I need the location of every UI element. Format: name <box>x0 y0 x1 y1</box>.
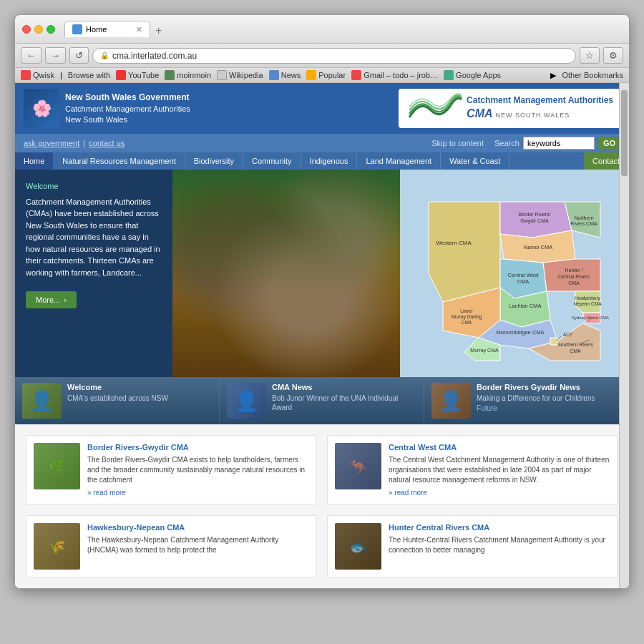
gov-separator: | <box>83 139 85 147</box>
southern-rivers-label: Southern Rivers <box>557 342 594 347</box>
wiki-icon <box>217 70 227 80</box>
gov-bar: ask government | contact us Skip to cont… <box>15 134 629 152</box>
bookmark-moin[interactable]: moinmoin <box>165 70 211 80</box>
bookmark-separator: | <box>60 71 62 79</box>
hunter-card-text: The Hunter-Central Rivers Catchment Mana… <box>389 535 610 555</box>
gmail-icon <box>351 70 361 80</box>
address-bar[interactable]: 🔒 cma.interlated.com.au <box>92 48 576 64</box>
murrumbidgee-label: Murrumbidgee CMA <box>496 329 544 336</box>
scrollbar[interactable] <box>619 83 629 588</box>
hawkesbury-label: Hawkesbury <box>575 296 601 301</box>
central-west-read-more[interactable]: » read more <box>389 489 610 497</box>
address-text: cma.interlated.com.au <box>112 51 197 61</box>
bookmark-youtube-label: YouTube <box>128 71 159 79</box>
border-rivers-read-more[interactable]: » read more <box>87 489 308 497</box>
act-label: ACT <box>563 332 572 337</box>
nav-land-management[interactable]: Land Management <box>357 152 441 170</box>
bookmark-arrow: ▶ <box>550 71 556 80</box>
refresh-button[interactable]: ↺ <box>69 47 89 64</box>
new-tab-button[interactable]: + <box>152 24 165 37</box>
news-welcome[interactable]: 👤 Welcome CMA's established across NSW <box>15 377 220 424</box>
more-btn-arrow-icon: › <box>64 296 67 304</box>
bookmark-other[interactable]: Other Bookmarks <box>562 71 623 79</box>
central-west-person-icon: 🦘 <box>335 443 381 489</box>
more-btn-label: More... <box>36 296 60 304</box>
more-button[interactable]: More... › <box>26 291 77 308</box>
central-west-card-title[interactable]: Central West CMA <box>389 443 610 452</box>
cma-news-desc: Bob Junor Winner of the UNA Individual A… <box>272 394 416 412</box>
ask-gov-link[interactable]: ask government <box>24 139 79 147</box>
border-rivers-card-text: The Border Rivers-Gwydir CMA exists to h… <box>87 455 308 485</box>
border-news-tag: Future <box>477 404 595 412</box>
lower-murray-label3: CMA <box>462 320 472 325</box>
cma-cards-area: 🌿 Border Rivers-Gwydir CMA The Border Ri… <box>15 424 629 588</box>
cma-news-content: CMA News Bob Junor Winner of the UNA Ind… <box>272 383 416 412</box>
bookmark-qwisk[interactable]: Qwisk <box>21 70 54 80</box>
search-label: Search <box>494 139 519 147</box>
northern-rivers-label2: Rivers CMA <box>570 221 597 226</box>
cma-brand: CMA <box>467 107 492 122</box>
region: New South Wales <box>65 114 190 125</box>
back-button[interactable]: ← <box>21 47 42 64</box>
nav-indigenous[interactable]: Indigenous <box>301 152 358 170</box>
border-rivers-label2: Gwydir CMA <box>520 218 549 224</box>
border-rivers-person-icon: 🌿 <box>34 443 80 489</box>
scroll-thumb[interactable] <box>621 90 628 176</box>
bookmark-google[interactable]: Google Apps <box>444 70 501 80</box>
bookmark-news[interactable]: News <box>269 70 301 80</box>
cma-wave-icon <box>406 92 463 125</box>
namoi-label: Namoi CMA <box>524 244 552 250</box>
minimize-button[interactable] <box>34 25 43 34</box>
settings-button[interactable]: ⚙ <box>603 47 623 64</box>
tab-close-button[interactable]: ✕ <box>136 25 142 34</box>
qwisk-icon <box>21 70 31 80</box>
cma-news-title: CMA News <box>272 383 416 391</box>
bookmark-youtube[interactable]: YouTube <box>116 70 159 80</box>
close-button[interactable] <box>22 25 31 34</box>
browser-tab-home[interactable]: Home ✕ <box>64 21 150 37</box>
nav-home[interactable]: Home <box>15 152 54 170</box>
news-cma[interactable]: 👤 CMA News Bob Junor Winner of the UNA I… <box>220 377 424 424</box>
maximize-button[interactable] <box>47 25 55 34</box>
bookmark-gmail-label: Gmail – todo – jrob… <box>364 71 438 79</box>
murray-label: Murray CMA <box>470 348 499 353</box>
hawkesbury-card-title[interactable]: Hawkesbury-Nepean CMA <box>87 523 308 532</box>
central-west-card-text: The Central West Catchment Management Au… <box>389 455 610 485</box>
browser-toolbar: ← → ↺ 🔒 cma.interlated.com.au ☆ ⚙ <box>15 44 629 68</box>
tab-favicon <box>72 24 82 34</box>
cma-news-thumb: 👤 <box>227 383 266 419</box>
nav-water-coast[interactable]: Water & Coast <box>441 152 509 170</box>
bookmark-star-button[interactable]: ☆ <box>580 47 600 64</box>
hunter-label3: CMA <box>568 280 580 286</box>
nav-biodiversity[interactable]: Biodiversity <box>185 152 243 170</box>
news-bar: 👤 Welcome CMA's established across NSW 👤… <box>15 377 629 424</box>
search-input[interactable] <box>523 137 595 150</box>
forward-button[interactable]: → <box>45 47 66 64</box>
tab-title: Home <box>86 25 107 34</box>
southern-rivers-label2: CMA <box>570 348 581 353</box>
skip-to-content[interactable]: Skip to content <box>431 139 484 147</box>
lower-murray-label: Lower <box>460 308 474 313</box>
popular-icon <box>306 70 316 80</box>
google-icon <box>444 70 454 80</box>
nav-natural-resources[interactable]: Natural Resources Management <box>54 152 185 170</box>
bookmark-popular-label: Popular <box>318 71 346 79</box>
central-west-thumb: 🦘 <box>335 443 381 489</box>
bookmark-wiki[interactable]: Wikipedia <box>217 70 263 80</box>
bookmark-popular[interactable]: Popular <box>306 70 346 80</box>
bookmark-gmail[interactable]: Gmail – todo – jrob… <box>351 70 438 80</box>
hunter-label: Hunter / <box>565 268 583 273</box>
nav-community[interactable]: Community <box>243 152 301 170</box>
hawkesbury-thumb: 🌾 <box>34 523 80 570</box>
tab-bar: Home ✕ + <box>64 21 622 37</box>
search-button[interactable]: GO <box>598 137 620 150</box>
news-border-rivers[interactable]: 👤 Border Rivers Gywdir News Making a Dif… <box>424 377 629 424</box>
contact-link[interactable]: contact us <box>89 139 125 147</box>
hunter-card-title[interactable]: Hunter Central Rivers CMA <box>389 523 610 532</box>
gov-name: New South Wales Government <box>65 92 190 104</box>
card-border-rivers: 🌿 Border Rivers-Gwydir CMA The Border Ri… <box>26 435 316 504</box>
bookmark-browse[interactable]: Browse with <box>68 71 110 79</box>
border-news-content: Border Rivers Gywdir News Making a Diffe… <box>477 383 595 412</box>
nsw-emblem-icon: 🌸 <box>24 89 59 128</box>
border-rivers-card-title[interactable]: Border Rivers-Gwydir CMA <box>87 443 308 452</box>
